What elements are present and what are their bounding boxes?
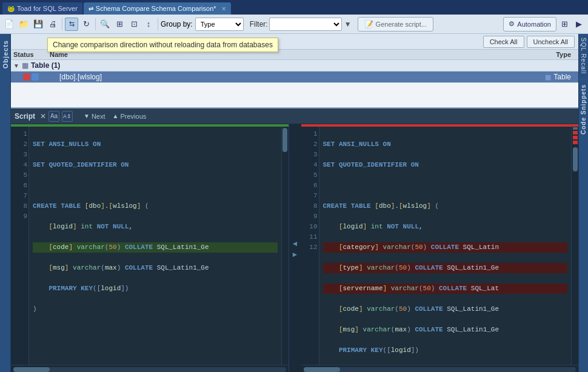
right-hscroll[interactable] [301,365,579,372]
right-vscroll-red-mark3 [573,141,578,144]
left-vscroll[interactable] [281,127,289,365]
left-editor: 12345 6789 SET ANSI_NULLS ON SET QUOTED_… [11,124,289,372]
divider-right-icon: ► [292,250,299,259]
script-close-icon[interactable]: ✕ [40,112,46,121]
automation-btn[interactable]: ⚙ Automation [503,17,556,32]
main-layout: Objects Change comparison direction with… [0,34,588,372]
filter-select[interactable] [269,18,342,31]
row-status-icons [23,73,59,81]
editor-divider[interactable]: ◄ ► [289,124,301,372]
prev-icon: ▲ [113,113,119,119]
app-tab-toad-label: Toad for SQL Server [17,5,78,12]
next-label: Next [92,113,105,120]
right-vscroll-red-mark [573,131,578,135]
table-group-icon: ▦ [22,61,28,70]
table-row[interactable]: [dbo].[wlslog] ▦ Table [11,71,578,83]
left-line-numbers: 12345 6789 [11,127,29,365]
left-hscroll[interactable] [11,365,289,372]
check-all-btn[interactable]: Check All [483,36,524,48]
script-nav-btns: ▼ Next ▲ Previous [81,112,149,121]
grid-group-table[interactable]: ▼ ▦ Table (1) [11,60,578,71]
right-editor: 12345 6789101112 SET ANSI_NULLS ON SET Q… [301,124,579,372]
objects-side-label[interactable]: Objects [1,36,10,72]
row-type: ▦ Table [503,73,576,81]
format-btn[interactable]: Aa [48,111,59,122]
col-header-type: Type [503,51,576,58]
tb-extra2[interactable]: ⊡ [127,18,141,31]
uncheck-all-btn[interactable]: Uncheck All [527,36,575,48]
refresh-btn[interactable]: ↻ [79,18,93,31]
print-btn[interactable]: 🖨 [46,18,59,31]
sep1 [62,18,62,30]
sql-recall-label[interactable]: SQL Recall [579,34,588,78]
group-expand-icon: ▼ [13,62,19,69]
main-toolbar: 📄 📁 💾 🖨 ⇆ ↻ 🔍 ⊞ ⊡ ↕ Group by: Type Filte… [0,15,588,34]
prev-label: Previous [120,113,146,120]
script-editors: 12345 6789 SET ANSI_NULLS ON SET QUOTED_… [11,124,578,372]
left-side-panel: Objects [0,34,11,372]
app-tab-schema-label: Schema Compare Schema Comparison* [96,5,216,12]
generate-script-label: Generate script... [376,21,427,28]
right-vscroll-thumb [573,147,578,171]
generate-script-btn[interactable]: 📝 Generate script... [358,17,433,32]
tooltip-box: Change comparison direction without relo… [47,38,278,52]
left-hscroll-track [13,367,286,372]
sep2 [95,18,96,30]
save-btn[interactable]: 💾 [32,18,45,31]
automation-icon: ⚙ [509,20,515,28]
filter-funnel-icon[interactable]: ▼ [344,20,352,28]
schema-tab-close-icon[interactable]: ✕ [221,5,226,12]
divider-left-icon: ◄ [292,239,299,248]
group-by-select[interactable]: Type [195,18,244,31]
layout-btn[interactable]: ⊞ [558,18,571,31]
prev-btn[interactable]: ▲ Previous [110,112,149,121]
open-btn[interactable]: 📁 [17,18,30,31]
automation-label: Automation [517,21,551,28]
group-by-control: Group by: Type [161,18,244,31]
schema-icon: ⇄ [89,5,93,12]
next-icon: ▼ [84,113,90,119]
group-by-label: Group by: [161,20,193,28]
right-vscroll[interactable] [571,127,578,365]
app-tab-toad[interactable]: 🐸 Toad for SQL Server [2,2,82,15]
tb-extra1[interactable]: ⊞ [113,18,126,31]
check-buttons: Check All Uncheck All [483,36,575,48]
row-name: [dbo].[wlslog] [59,73,503,81]
toad-icon: 🐸 [7,5,15,12]
new-btn[interactable]: 📄 [2,18,16,31]
content-area: Change comparison direction without relo… [11,34,578,372]
next-btn[interactable]: ▼ Next [81,112,108,121]
tooltip-text: Change comparison direction without relo… [53,41,273,49]
status-icon-blue [32,73,39,81]
format-btn2[interactable]: A⇕ [62,111,73,122]
right-vscroll-red-mark2 [573,136,578,139]
group-label: Table (1) [31,61,60,70]
tb-extra3[interactable]: ↕ [142,18,155,31]
col-header-status: Status [13,51,50,58]
left-hscroll-thumb [13,367,50,372]
right-line-numbers: 12345 6789101112 [301,127,319,365]
script-pane: Script ✕ Aa A⇕ ▼ Next ▲ Previous [11,108,578,372]
generate-script-icon: 📝 [364,20,373,28]
objects-grid-body: Status Name Type ▼ ▦ Table (1) [dbo] [11,50,578,107]
left-code-content[interactable]: SET ANSI_NULLS ON SET QUOTED_IDENTIFIER … [29,127,281,365]
compare-direction-btn[interactable]: ⇆ [65,18,78,31]
filter-label: Filter: [250,20,268,28]
right-hscroll-track [304,367,576,372]
right-code-content[interactable]: SET ANSI_NULLS ON SET QUOTED_IDENTIFIER … [319,127,572,365]
right-side-panel: SQL Recall Code Snippets [578,34,588,372]
left-editor-body: 12345 6789 SET ANSI_NULLS ON SET QUOTED_… [11,127,289,365]
script-pane-title: Script [15,112,35,121]
app-tab-schema[interactable]: ⇄ Schema Compare Schema Comparison* ✕ [84,2,231,15]
more-btn[interactable]: ▶ [572,18,586,31]
script-pane-header: Script ✕ Aa A⇕ ▼ Next ▲ Previous [11,108,578,124]
row-type-label: Table [553,73,571,81]
right-editor-body: 12345 6789101112 SET ANSI_NULLS ON SET Q… [301,127,579,365]
sep3 [158,18,158,30]
zoom-in-btn[interactable]: 🔍 [98,18,112,31]
left-vscroll-thumb [282,128,287,152]
code-snippets-label[interactable]: Code Snippets [579,81,588,138]
row-type-icon: ▦ [545,73,551,81]
status-icon-red [23,73,30,81]
right-hscroll-thumb [304,367,340,372]
